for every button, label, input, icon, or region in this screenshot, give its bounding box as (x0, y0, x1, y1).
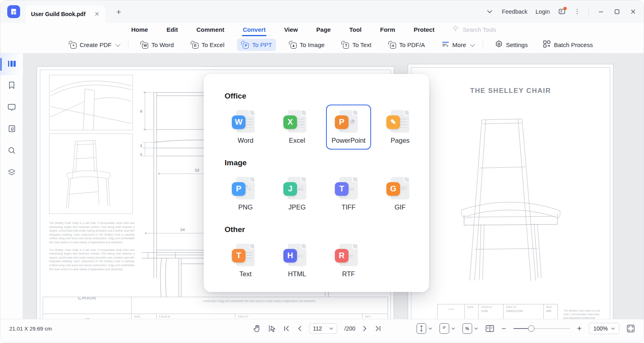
titlebar: User Guild Book.pdf ✕ + Feedback Login ⋮ (0, 0, 644, 23)
sidebar-comments-button[interactable] (0, 97, 23, 119)
batch-process-button[interactable]: Batch Process (539, 38, 597, 51)
convert-option-html[interactable]: </> H HTML (275, 238, 320, 283)
left-sidebar (0, 53, 23, 320)
first-page-button[interactable] (283, 325, 290, 332)
new-tab-button[interactable]: + (114, 7, 124, 17)
attachment-icon (8, 125, 16, 134)
select-tool-icon[interactable] (268, 325, 276, 333)
zoom-out-button[interactable]: − (502, 325, 506, 333)
to-excel-button[interactable]: E To Excel (187, 39, 229, 51)
previous-page-button[interactable] (297, 325, 302, 332)
titlebar-divider (588, 8, 589, 15)
to-word-button[interactable]: W To Word (136, 39, 178, 51)
doc-lines-decoration (246, 252, 253, 261)
doc-lines-decoration (400, 119, 407, 127)
minimize-button[interactable] (597, 8, 605, 16)
to-text-button[interactable]: T To Text (337, 39, 375, 51)
fit-page-control[interactable] (417, 323, 432, 334)
svg-text:6: 6 (140, 110, 142, 114)
svg-text:12: 12 (195, 168, 199, 173)
page-title: THE SHELLEY CHAIR (408, 87, 613, 95)
sidebar-search-button[interactable] (0, 140, 23, 162)
convert-option-rtf[interactable]: rtf R RTF (326, 238, 371, 283)
menu-page[interactable]: Page (316, 25, 332, 35)
tab-close-icon[interactable]: ✕ (94, 10, 99, 18)
convert-option-png[interactable]: P PNG (223, 171, 268, 216)
menu-comment[interactable]: Comment (196, 25, 225, 35)
next-page-button[interactable] (363, 325, 367, 332)
sidebar-thumbnails-button[interactable] (0, 53, 23, 75)
sidebar-bookmarks-button[interactable] (0, 75, 23, 97)
notifications-icon[interactable] (558, 8, 566, 16)
to-pdfa-button[interactable]: /A To PDF/A (384, 39, 429, 51)
image-grid: P PNG J JPEG (223, 171, 429, 216)
zoom-level-select[interactable]: 100% (589, 323, 619, 334)
convert-option-pages[interactable]: ✎ Pages (378, 105, 423, 150)
main-area: The Shelley Chair really is a rad chair.… (0, 53, 644, 320)
zoom-mode-control[interactable]: % (462, 323, 478, 334)
tiff-doc-icon: tiff T (339, 177, 358, 199)
search-icon (8, 146, 16, 156)
bookmark-icon (8, 81, 15, 91)
svg-text:1: 1 (140, 153, 142, 157)
section-title-other: Other (225, 225, 429, 234)
page-number-box[interactable] (309, 323, 337, 334)
to-image-icon: ▲ (289, 41, 297, 49)
zoom-slider-knob[interactable] (528, 325, 535, 332)
to-ppt-button[interactable]: P To PPT (237, 39, 276, 51)
login-button[interactable]: Login (536, 8, 550, 15)
convert-option-text[interactable]: T Text (223, 238, 268, 283)
create-pdf-button[interactable]: + Create PDF (65, 39, 123, 51)
convert-option-word[interactable]: W Word (223, 105, 268, 150)
menu-tool[interactable]: Tool (349, 25, 363, 35)
zoom-in-button[interactable]: + (577, 325, 582, 333)
page-dimensions: 21.01 X 29.69 cm (9, 326, 52, 332)
powerpoint-doc-icon: P (339, 110, 358, 133)
convert-option-excel[interactable]: X Excel (275, 105, 320, 150)
hand-tool-icon[interactable] (253, 325, 261, 333)
doc-lines-decoration (246, 119, 253, 127)
zoom-slider[interactable] (514, 328, 570, 329)
maximize-button[interactable] (613, 8, 621, 16)
zoom-level-value: 100% (593, 325, 608, 332)
menu-view[interactable]: View (283, 25, 299, 35)
tab-title: User Guild Book.pdf (31, 11, 90, 17)
html-doc-icon: </> H (288, 244, 306, 266)
page-number-input[interactable] (313, 325, 327, 332)
more-button[interactable]: More (438, 39, 478, 51)
menu-home[interactable]: Home (130, 25, 149, 35)
document-area[interactable]: The Shelley Chair really is a rad chair.… (23, 53, 644, 320)
feedback-button[interactable]: Feedback (502, 8, 528, 15)
chevron-down-icon (474, 327, 478, 330)
menu-protect[interactable]: Protect (413, 25, 436, 35)
settings-button[interactable]: Settings (491, 38, 532, 51)
page-layout-control[interactable] (440, 323, 455, 334)
sidebar-layers-button[interactable] (0, 162, 23, 184)
menu-convert[interactable]: Convert (242, 25, 266, 35)
document-tab[interactable]: User Guild Book.pdf ✕ (25, 5, 105, 23)
pdf-page-right: THE SHELLEY CHAIR (408, 64, 613, 320)
to-image-button[interactable]: ▲ To Image (285, 39, 329, 51)
more-menu-icon[interactable]: ⋮ (574, 8, 580, 15)
close-button[interactable] (629, 8, 637, 16)
convert-option-gif[interactable]: G GIF (378, 171, 423, 216)
excel-doc-icon: X (288, 110, 306, 133)
convert-option-powerpoint[interactable]: P PowerPoint (326, 105, 371, 150)
gif-doc-icon: G (391, 177, 409, 199)
convert-option-tiff[interactable]: tiff T TIFF (326, 171, 371, 216)
search-tools[interactable]: Search Tools (452, 25, 496, 34)
chair-back-detail-drawing (49, 75, 133, 130)
doc-photo-decoration (297, 185, 304, 194)
sidebar-attachments-button[interactable] (0, 119, 23, 140)
two-page-view-icon[interactable] (485, 325, 494, 332)
lightbulb-icon (452, 25, 459, 34)
menu-form[interactable]: Form (379, 25, 396, 35)
convert-option-jpeg[interactable]: J JPEG (275, 171, 320, 216)
fullscreen-button[interactable] (627, 325, 635, 333)
last-page-button[interactable] (375, 325, 381, 332)
to-ppt-icon: P (241, 41, 249, 49)
collapse-toolbar-icon[interactable] (486, 8, 494, 16)
text-badge: T (232, 249, 246, 263)
menu-edit[interactable]: Edit (166, 25, 179, 35)
word-badge: W (232, 115, 246, 129)
